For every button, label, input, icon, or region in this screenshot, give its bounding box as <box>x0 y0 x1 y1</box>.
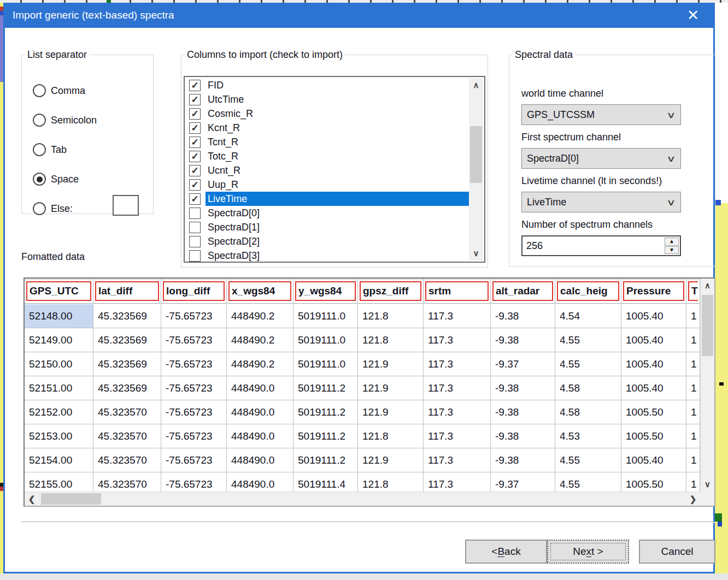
table-cell[interactable]: 121.8 <box>358 328 424 352</box>
table-cell[interactable]: 1005.40 <box>621 328 686 352</box>
table-cell[interactable]: -75.65723 <box>161 448 227 472</box>
radio-icon[interactable] <box>33 202 46 215</box>
table-cell[interactable]: 121.8 <box>358 304 424 328</box>
checkbox-checked-icon[interactable]: ✓ <box>189 80 201 91</box>
table-cell[interactable]: -75.65723 <box>161 304 227 328</box>
table-cell[interactable]: 1005.50 <box>621 424 686 448</box>
table-cell[interactable]: 4.53 <box>555 424 621 448</box>
column-item-spectrad-3[interactable]: SpectraD[3] <box>185 248 469 263</box>
table-cell[interactable]: -75.65723 <box>161 376 227 400</box>
col-header-long-diff[interactable]: long_diff <box>161 279 227 303</box>
table-cell[interactable]: 448490.0 <box>227 400 293 424</box>
column-item-kcnt-r[interactable]: ✓Kcnt_R <box>185 121 469 135</box>
table-row[interactable]: 52151.0045.323569-75.65723448490.0501911… <box>25 376 700 400</box>
column-item-totc-r[interactable]: ✓Totc_R <box>185 149 469 163</box>
table-cell[interactable]: 5019111.2 <box>293 424 358 448</box>
checkbox-checked-icon[interactable]: ✓ <box>189 179 201 191</box>
table-cell[interactable]: -9.37 <box>491 352 555 376</box>
table-cell[interactable]: 1 <box>686 424 700 448</box>
table-cell[interactable]: 5019111.0 <box>293 328 358 352</box>
table-cell[interactable]: 117.3 <box>424 400 491 424</box>
table-cell[interactable]: 1 <box>686 352 700 376</box>
column-item-livetime[interactable]: ✓LiveTime <box>185 192 469 206</box>
table-cell[interactable]: 52153.00 <box>25 424 93 448</box>
column-item-fid[interactable]: ✓FID <box>185 78 469 92</box>
table-cell[interactable]: 1 <box>686 376 700 400</box>
checkbox-checked-icon[interactable]: ✓ <box>189 165 201 176</box>
table-row[interactable]: 52154.0045.323570-75.65723448490.0501911… <box>25 448 700 472</box>
table-cell[interactable]: 4.58 <box>555 400 621 424</box>
table-cell[interactable]: 52151.00 <box>25 376 93 400</box>
col-header-t[interactable]: T <box>686 279 700 303</box>
column-item-ucnt-r[interactable]: ✓Ucnt_R <box>185 163 469 177</box>
scrollbar-thumb[interactable] <box>470 126 482 183</box>
table-cell[interactable]: -9.38 <box>491 304 555 328</box>
radio-option-comma[interactable]: Comma <box>33 82 85 99</box>
scroll-up-icon[interactable]: ∧ <box>701 279 714 293</box>
table-cell[interactable]: 1 <box>686 448 700 472</box>
column-item-uup-r[interactable]: ✓Uup_R <box>185 177 469 192</box>
checkbox-checked-icon[interactable]: ✓ <box>189 151 201 162</box>
table-cell[interactable]: -9.38 <box>491 448 555 472</box>
table-vertical-scrollbar[interactable]: ∧ ∨ <box>700 279 714 492</box>
table-row[interactable]: 52152.0045.323570-75.65723448490.0501911… <box>25 400 700 424</box>
table-cell[interactable]: 121.8 <box>358 424 424 448</box>
table-cell[interactable]: 52150.00 <box>25 352 93 376</box>
radio-icon[interactable] <box>33 114 46 127</box>
table-cell[interactable]: -75.65723 <box>161 424 227 448</box>
table-cell[interactable]: 5019111.2 <box>293 376 358 400</box>
next-button[interactable]: Next > <box>547 540 629 564</box>
col-header-y-wgs84[interactable]: y_wgs84 <box>293 279 358 303</box>
table-cell[interactable]: 448490.0 <box>227 376 293 400</box>
scroll-up-icon[interactable]: ∧ <box>469 78 483 92</box>
table-cell[interactable]: -9.38 <box>491 400 555 424</box>
table-cell[interactable]: 52148.00 <box>25 304 93 328</box>
table-row[interactable]: 52148.0045.323569-75.65723448490.2501911… <box>25 304 700 328</box>
column-item-spectrad-2[interactable]: SpectraD[2] <box>185 234 469 248</box>
table-cell[interactable]: 117.3 <box>424 448 491 472</box>
table-cell[interactable]: 117.3 <box>424 352 491 376</box>
table-cell[interactable]: 1005.40 <box>621 448 686 472</box>
columns-listbox[interactable]: ✓FID✓UtcTime✓Cosmic_R✓Kcnt_R✓Tcnt_R✓Totc… <box>184 76 485 263</box>
spin-down-icon[interactable]: ▼ <box>665 246 679 255</box>
close-icon[interactable]: ✕ <box>680 3 706 28</box>
table-cell[interactable]: 117.3 <box>424 304 491 328</box>
table-cell[interactable]: 1005.40 <box>621 352 686 376</box>
scroll-right-icon[interactable]: ❯ <box>686 492 700 506</box>
table-cell[interactable]: 1 <box>686 400 700 424</box>
table-cell[interactable]: 52149.00 <box>25 328 93 352</box>
table-row[interactable]: 52153.0045.323570-75.65723448490.0501911… <box>25 424 700 448</box>
table-cell[interactable]: 1005.40 <box>621 376 686 400</box>
spin-up-icon[interactable]: ▲ <box>665 238 679 246</box>
checkbox-checked-icon[interactable]: ✓ <box>189 94 201 105</box>
column-item-tcnt-r[interactable]: ✓Tcnt_R <box>185 135 469 149</box>
table-cell[interactable]: 121.9 <box>358 448 424 472</box>
table-cell[interactable]: 45.323569 <box>93 376 161 400</box>
checkbox-unchecked-icon[interactable] <box>189 236 201 247</box>
table-cell[interactable]: 45.323569 <box>93 352 161 376</box>
else-separator-input[interactable] <box>113 195 139 216</box>
col-header-calc-heig[interactable]: calc_heig <box>555 279 621 303</box>
table-cell[interactable]: -9.38 <box>491 376 555 400</box>
table-cell[interactable]: 45.323570 <box>93 424 161 448</box>
table-cell[interactable]: 4.54 <box>555 304 621 328</box>
scroll-left-icon[interactable]: ❮ <box>25 492 39 506</box>
table-cell[interactable]: 52154.00 <box>25 448 93 472</box>
table-cell[interactable]: -75.65723 <box>161 400 227 424</box>
col-header-alt-radar[interactable]: alt_radar <box>491 279 555 303</box>
scrollbar-thumb[interactable] <box>702 295 713 356</box>
table-cell[interactable]: 5019111.0 <box>293 352 358 376</box>
radio-option-space[interactable]: Space <box>33 171 79 187</box>
cancel-button[interactable]: Cancel <box>639 540 715 564</box>
table-cell[interactable]: 1 <box>686 328 700 352</box>
first-spectrum-channel-combobox[interactable]: SpectraD[0] ∨ <box>521 148 681 169</box>
col-header-gpsz-diff[interactable]: gpsz_diff <box>358 279 424 303</box>
radio-icon[interactable] <box>33 143 46 156</box>
radio-icon[interactable] <box>33 173 46 186</box>
checkbox-checked-icon[interactable]: ✓ <box>189 122 201 134</box>
table-cell[interactable]: 117.3 <box>424 376 491 400</box>
table-cell[interactable]: 448490.2 <box>227 352 293 376</box>
checkbox-unchecked-icon[interactable] <box>189 208 201 219</box>
table-cell[interactable]: 448490.2 <box>227 328 293 352</box>
scroll-down-icon[interactable]: ∨ <box>701 477 714 492</box>
